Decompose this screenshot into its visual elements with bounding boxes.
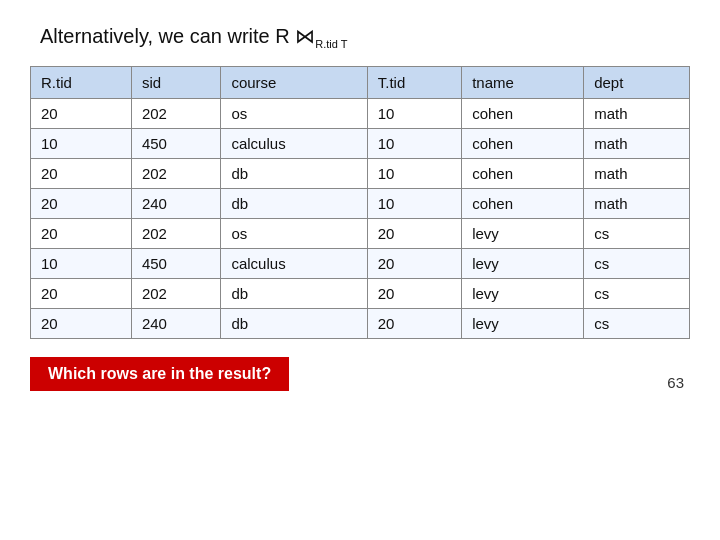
bottom-row: Which rows are in the result? 63 bbox=[30, 357, 690, 391]
table-cell: math bbox=[584, 99, 690, 129]
table-cell: 20 bbox=[31, 279, 132, 309]
table-cell: 20 bbox=[367, 309, 461, 339]
table-header-cell: course bbox=[221, 67, 367, 99]
table-cell: 202 bbox=[131, 159, 221, 189]
result-table: R.tidsidcourseT.tidtnamedept 20202os10co… bbox=[30, 66, 690, 339]
table-cell: db bbox=[221, 189, 367, 219]
table-cell: 20 bbox=[31, 99, 132, 129]
page-number: 63 bbox=[667, 374, 690, 391]
table-cell: 20 bbox=[31, 159, 132, 189]
title-text: Alternatively, we can write R ⋈R.tid T bbox=[40, 24, 347, 50]
table-cell: math bbox=[584, 189, 690, 219]
table-cell: calculus bbox=[221, 249, 367, 279]
table-cell: 450 bbox=[131, 249, 221, 279]
table-cell: 20 bbox=[367, 219, 461, 249]
table-cell: levy bbox=[462, 279, 584, 309]
table-cell: math bbox=[584, 129, 690, 159]
table-cell: db bbox=[221, 159, 367, 189]
table-cell: 10 bbox=[31, 129, 132, 159]
table-cell: 10 bbox=[31, 249, 132, 279]
table-row: 10450calculus10cohenmath bbox=[31, 129, 690, 159]
table-row: 20202os20levycs bbox=[31, 219, 690, 249]
table-cell: os bbox=[221, 219, 367, 249]
table-cell: 202 bbox=[131, 219, 221, 249]
table-header-cell: dept bbox=[584, 67, 690, 99]
table-cell: math bbox=[584, 159, 690, 189]
table-row: 10450calculus20levycs bbox=[31, 249, 690, 279]
table-cell: cs bbox=[584, 219, 690, 249]
table-row: 20202db20levycs bbox=[31, 279, 690, 309]
table-cell: cs bbox=[584, 279, 690, 309]
table-cell: cohen bbox=[462, 99, 584, 129]
table-cell: levy bbox=[462, 309, 584, 339]
table-body: 20202os10cohenmath10450calculus10cohenma… bbox=[31, 99, 690, 339]
table-row: 20202db10cohenmath bbox=[31, 159, 690, 189]
table-cell: levy bbox=[462, 219, 584, 249]
table-header-cell: tname bbox=[462, 67, 584, 99]
table-cell: 20 bbox=[367, 279, 461, 309]
table-cell: db bbox=[221, 309, 367, 339]
table-cell: cs bbox=[584, 249, 690, 279]
table-header-cell: T.tid bbox=[367, 67, 461, 99]
table-cell: 202 bbox=[131, 99, 221, 129]
table-cell: db bbox=[221, 279, 367, 309]
table-cell: 450 bbox=[131, 129, 221, 159]
table-cell: cohen bbox=[462, 189, 584, 219]
table-cell: 202 bbox=[131, 279, 221, 309]
table-cell: 20 bbox=[31, 189, 132, 219]
table-cell: 20 bbox=[31, 309, 132, 339]
table-row: 20202os10cohenmath bbox=[31, 99, 690, 129]
table-cell: os bbox=[221, 99, 367, 129]
title-area: Alternatively, we can write R ⋈R.tid T bbox=[30, 18, 690, 54]
table-cell: cs bbox=[584, 309, 690, 339]
table-cell: calculus bbox=[221, 129, 367, 159]
page-container: Alternatively, we can write R ⋈R.tid T R… bbox=[0, 0, 720, 540]
table-cell: 240 bbox=[131, 189, 221, 219]
table-cell: 10 bbox=[367, 129, 461, 159]
table-cell: 10 bbox=[367, 99, 461, 129]
table-row: 20240db10cohenmath bbox=[31, 189, 690, 219]
table-header-cell: sid bbox=[131, 67, 221, 99]
table-header-row: R.tidsidcourseT.tidtnamedept bbox=[31, 67, 690, 99]
question-box: Which rows are in the result? bbox=[30, 357, 289, 391]
table-cell: 10 bbox=[367, 189, 461, 219]
table-cell: cohen bbox=[462, 129, 584, 159]
table-header-cell: R.tid bbox=[31, 67, 132, 99]
table-row: 20240db20levycs bbox=[31, 309, 690, 339]
table-cell: 240 bbox=[131, 309, 221, 339]
table-cell: 20 bbox=[31, 219, 132, 249]
table-cell: 10 bbox=[367, 159, 461, 189]
table-cell: 20 bbox=[367, 249, 461, 279]
table-cell: levy bbox=[462, 249, 584, 279]
table-cell: cohen bbox=[462, 159, 584, 189]
